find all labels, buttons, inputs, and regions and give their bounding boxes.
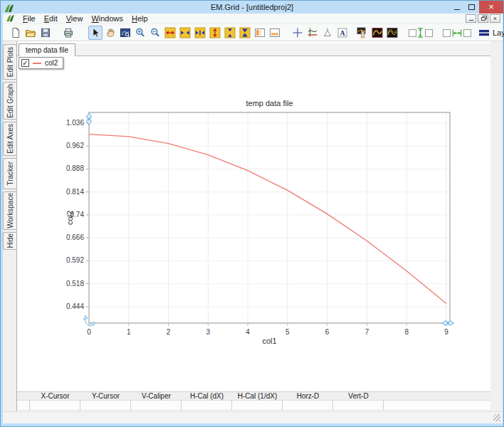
text-label-button[interactable]: A bbox=[335, 26, 350, 40]
zoom-out-button[interactable] bbox=[148, 26, 162, 40]
expand-x-button[interactable] bbox=[163, 26, 177, 40]
readout-value bbox=[131, 401, 182, 411]
readout-value bbox=[80, 401, 131, 411]
readout-col-x-cursor: X-Cursor bbox=[30, 392, 80, 400]
svg-text:1.036: 1.036 bbox=[66, 119, 84, 127]
zoom-in-button[interactable] bbox=[133, 26, 147, 40]
side-tab-strip: Edit Plots Edit Graph Edit Axes Tracker … bbox=[3, 44, 16, 250]
pointer-tool-button[interactable] bbox=[88, 26, 103, 40]
svg-text:6: 6 bbox=[325, 328, 330, 336]
readout-col-h-cal-dx: H-Cal (dX) bbox=[182, 392, 232, 400]
svg-text:0.962: 0.962 bbox=[66, 142, 84, 149]
menu-file[interactable]: File bbox=[19, 14, 40, 23]
fit-x-button[interactable] bbox=[193, 26, 207, 40]
readout-value bbox=[333, 401, 384, 411]
svg-text:0.518: 0.518 bbox=[66, 280, 84, 288]
mdi-close-button[interactable]: × bbox=[490, 14, 500, 23]
fit-y-button[interactable] bbox=[238, 26, 252, 40]
print-button[interactable] bbox=[61, 26, 75, 40]
zoom-window-button[interactable] bbox=[118, 26, 132, 40]
svg-text:3: 3 bbox=[206, 328, 211, 336]
readout-header-row: X-Cursor Y-Cursor V-Caliper H-Cal (dX) H… bbox=[17, 391, 490, 401]
document-icon bbox=[6, 14, 15, 23]
app-window: EM.Grid - [untitledproj2] × File Edit Vi… bbox=[0, 0, 504, 427]
x-axis-label: col1 bbox=[262, 337, 276, 345]
svg-text:8: 8 bbox=[404, 328, 409, 336]
svg-text:9: 9 bbox=[444, 328, 448, 336]
crosshair-button[interactable] bbox=[290, 26, 305, 40]
svg-text:0.814: 0.814 bbox=[66, 188, 84, 196]
menu-help[interactable]: Help bbox=[127, 14, 152, 23]
compress-x-button[interactable] bbox=[178, 26, 192, 40]
plot-legend: ✓ col2 bbox=[19, 57, 63, 69]
sidebar-tab-edit-graph[interactable]: Edit Graph bbox=[3, 82, 16, 120]
svg-text:0.444: 0.444 bbox=[66, 302, 84, 310]
mdi-minimize-button[interactable] bbox=[466, 14, 476, 23]
menu-view[interactable]: View bbox=[62, 14, 88, 23]
open-file-button[interactable] bbox=[23, 26, 38, 40]
titlebar[interactable]: EM.Grid - [untitledproj2] × bbox=[1, 1, 503, 14]
svg-text:0.888: 0.888 bbox=[66, 164, 84, 172]
resize-grip[interactable] bbox=[493, 414, 500, 421]
svg-text:4: 4 bbox=[246, 328, 250, 336]
multi-plot-window-button[interactable] bbox=[385, 26, 399, 40]
mdi-restore-button[interactable] bbox=[478, 14, 488, 23]
sidebar-tab-tracker[interactable]: Tracker bbox=[3, 158, 16, 189]
readout-col-v-caliper: V-Caliper bbox=[131, 392, 182, 400]
readout-col-horz-d: Horz-D bbox=[283, 392, 333, 400]
legend-checkbox[interactable]: ✓ bbox=[21, 59, 29, 67]
window-title: EM.Grid - [untitledproj2] bbox=[1, 1, 503, 14]
tracker-button[interactable] bbox=[305, 26, 320, 40]
svg-text:0: 0 bbox=[87, 328, 91, 336]
data-reader-button[interactable] bbox=[355, 26, 369, 40]
layout-menu-button[interactable]: Layout bbox=[478, 27, 504, 38]
readout-value bbox=[30, 401, 80, 411]
svg-text:2: 2 bbox=[167, 328, 171, 336]
expand-y-button[interactable] bbox=[208, 26, 222, 40]
legend-label: col2 bbox=[45, 59, 58, 67]
readout-value bbox=[232, 401, 283, 411]
svg-text:1: 1 bbox=[127, 328, 131, 336]
legend-line-sample bbox=[33, 63, 41, 64]
minimize-button[interactable] bbox=[449, 1, 464, 14]
vertical-distance-button[interactable] bbox=[408, 26, 434, 40]
menu-edit[interactable]: Edit bbox=[40, 14, 62, 23]
horizontal-distance-button[interactable] bbox=[442, 26, 472, 40]
new-document-button[interactable] bbox=[9, 26, 23, 40]
caliper-button[interactable] bbox=[320, 26, 335, 40]
svg-text:0.666: 0.666 bbox=[66, 233, 84, 241]
measurement-readout: X-Cursor Y-Cursor V-Caliper H-Cal (dX) H… bbox=[17, 391, 490, 411]
svg-text:5: 5 bbox=[285, 328, 290, 336]
readout-col-h-cal-1dx: H-Cal (1/dX) bbox=[232, 392, 283, 400]
menu-windows[interactable]: Windows bbox=[87, 14, 127, 23]
save-button[interactable] bbox=[38, 26, 53, 40]
readout-col-y-cursor: Y-Cursor bbox=[80, 392, 131, 400]
plot-window-button[interactable] bbox=[370, 26, 384, 40]
readout-value bbox=[182, 401, 232, 411]
layout-menu-label: Layout bbox=[493, 28, 504, 37]
document-area: temp data file ✓ col2 01234567890.4440.5… bbox=[16, 41, 490, 411]
pan-tool-button[interactable] bbox=[103, 26, 117, 40]
compress-y-button[interactable] bbox=[223, 26, 237, 40]
readout-value bbox=[283, 401, 333, 411]
close-button[interactable]: × bbox=[479, 1, 503, 14]
menubar: File Edit View Windows Help × bbox=[3, 14, 503, 24]
sidebar-tab-edit-plots[interactable]: Edit Plots bbox=[3, 44, 16, 80]
maximize-button[interactable] bbox=[464, 1, 479, 14]
sidebar-tab-hide[interactable]: Hide bbox=[3, 232, 16, 250]
readout-col-vert-d: Vert-D bbox=[333, 392, 384, 400]
svg-text:A: A bbox=[340, 28, 345, 36]
svg-text:7: 7 bbox=[365, 328, 369, 336]
chart-canvas[interactable]: 01234567890.4440.5180.5920.6660.740.8140… bbox=[17, 41, 491, 390]
split-vertical-button[interactable] bbox=[253, 26, 267, 40]
svg-text:0.592: 0.592 bbox=[66, 256, 84, 264]
sidebar-tab-edit-axes[interactable]: Edit Axes bbox=[3, 122, 16, 156]
layout-icon bbox=[478, 27, 490, 38]
workspace: Edit Plots Edit Graph Edit Axes Tracker … bbox=[3, 41, 503, 411]
sidebar-tab-workspace[interactable]: Workspace bbox=[3, 191, 16, 230]
statusbar bbox=[3, 411, 503, 423]
chart-title: temp data file bbox=[246, 99, 293, 107]
split-horizontal-button[interactable] bbox=[268, 26, 282, 40]
y-axis-label: col2 bbox=[65, 211, 74, 225]
toolbar: A Layout bbox=[3, 24, 503, 41]
